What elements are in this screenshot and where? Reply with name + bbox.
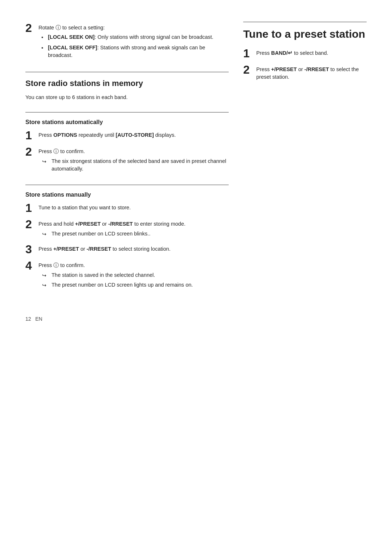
auto-step-2-arrow-text: The six strongest stations of the select… xyxy=(52,157,229,173)
auto-step-1-number: 1 xyxy=(25,129,38,142)
auto-step-2-arrow: ↪ The six strongest stations of the sele… xyxy=(42,157,229,173)
manual-step-2: 2 Press and hold +/PRESET or -/RRESET to… xyxy=(25,218,229,239)
tune-preset-bold: +/PRESET xyxy=(271,66,297,72)
manual-step-1: 1 Tune to a station that you want to sto… xyxy=(25,202,229,214)
bullet-2-bold: [LOCAL SEEK OFF] xyxy=(48,45,97,50)
band-bold: BAND/↵ xyxy=(271,50,293,56)
page-number: 12 xyxy=(25,316,31,322)
step-2-rotate-block: 2 Rotate ⓘ to select a setting: • [LOCAL… xyxy=(25,22,229,62)
page-footer: 12 EN xyxy=(25,316,367,322)
auto-step-1: 1 Press OPTIONS repeatedly until [AUTO-S… xyxy=(25,129,229,142)
manual-step-4-arrow-2: ↪ The preset number on LCD screen lights… xyxy=(42,281,229,289)
manual-step-1-content: Tune to a station that you want to store… xyxy=(38,202,229,212)
bullet-dot-2: • xyxy=(41,44,46,52)
preset-bold-1: +/PRESET xyxy=(75,221,101,227)
manual-step-4: 4 Press ⓘ to confirm. ↪ The station is s… xyxy=(25,259,229,291)
manual-step-2-arrow-text: The preset number on LCD screen blinks.. xyxy=(52,230,229,238)
preset-bold-2: +/PRESET xyxy=(53,246,79,252)
left-column: 2 Rotate ⓘ to select a setting: • [LOCAL… xyxy=(25,22,229,294)
tune-preset-heading: Tune to a preset station xyxy=(243,28,367,41)
tune-step-2-content: Press +/PRESET or -/RRESET to select the… xyxy=(256,63,367,82)
section-divider-1 xyxy=(25,72,229,72)
tune-step-2: 2 Press +/PRESET or -/RRESET to select t… xyxy=(243,63,367,82)
manual-step-1-number: 1 xyxy=(25,202,38,214)
auto-step-2-number: 2 xyxy=(25,145,38,158)
manual-step-2-content: Press and hold +/PRESET or -/RRESET to e… xyxy=(38,218,229,239)
intro-text: You can store up to 6 stations in each b… xyxy=(25,93,229,102)
bullet-2-content: [LOCAL SEEK OFF]: Stations with strong a… xyxy=(48,44,229,60)
right-column: Tune to a preset station 1 Press BAND/↵ … xyxy=(243,22,367,294)
auto-step-2-content: Press ⓘ to confirm. ↪ The six strongest … xyxy=(38,145,229,175)
rreset-bold-2: -/RRESET xyxy=(87,246,111,252)
step-2-text: Rotate ⓘ to select a setting: • [LOCAL S… xyxy=(38,22,229,62)
bullet-list: • [LOCAL SEEK ON]: Only stations with st… xyxy=(41,33,229,59)
auto-store-bold: [AUTO-STORE] xyxy=(116,132,154,138)
page-layout: 2 Rotate ⓘ to select a setting: • [LOCAL… xyxy=(25,22,367,294)
store-manual-heading: Store stations manually xyxy=(25,192,229,198)
right-section-divider xyxy=(243,22,367,22)
manual-step-3: 3 Press +/PRESET or -/RRESET to select s… xyxy=(25,243,229,256)
arrow-icon-4: ↪ xyxy=(42,282,50,289)
options-bold: OPTIONS xyxy=(53,132,77,138)
auto-step-1-content: Press OPTIONS repeatedly until [AUTO-STO… xyxy=(38,129,229,139)
arrow-icon-3: ↪ xyxy=(42,272,50,279)
section-divider-3 xyxy=(25,185,229,185)
step-number-2: 2 xyxy=(25,22,38,34)
tune-step-1-number: 1 xyxy=(243,47,256,60)
auto-step-2: 2 Press ⓘ to confirm. ↪ The six stronges… xyxy=(25,145,229,175)
bullet-dot-1: • xyxy=(41,34,46,42)
manual-step-3-content: Press +/PRESET or -/RRESET to select sto… xyxy=(38,243,229,253)
tune-step-1: 1 Press BAND/↵ to select band. xyxy=(243,47,367,60)
manual-step-2-arrow: ↪ The preset number on LCD screen blinks… xyxy=(42,230,229,238)
lang-label: EN xyxy=(35,316,42,322)
bullet-1-content: [LOCAL SEEK ON]: Only stations with stro… xyxy=(48,33,213,41)
rreset-bold-1: -/RRESET xyxy=(108,221,133,227)
rotate-text: Rotate ⓘ to select a setting: xyxy=(38,25,105,30)
manual-step-4-arrow-1: ↪ The station is saved in the selected c… xyxy=(42,271,229,279)
store-radio-heading: Store radio stations in memory xyxy=(25,79,229,88)
bullet-item-2: • [LOCAL SEEK OFF]: Stations with strong… xyxy=(41,44,229,60)
bullet-1-rest: : Only stations with strong signal can b… xyxy=(95,34,213,40)
manual-step-3-number: 3 xyxy=(25,243,38,256)
manual-step-4-arrow-2-text: The preset number on LCD screen lights u… xyxy=(52,281,229,289)
section-divider-2 xyxy=(25,112,229,112)
manual-step-4-content: Press ⓘ to confirm. ↪ The station is sav… xyxy=(38,259,229,291)
manual-step-4-number: 4 xyxy=(25,259,38,272)
bullet-1-bold: [LOCAL SEEK ON] xyxy=(48,34,95,40)
tune-step-1-content: Press BAND/↵ to select band. xyxy=(256,47,367,57)
store-auto-heading: Store stations automatically xyxy=(25,119,229,126)
tune-step-2-number: 2 xyxy=(243,63,256,76)
arrow-icon-2: ↪ xyxy=(42,230,50,238)
bullet-item-1: • [LOCAL SEEK ON]: Only stations with st… xyxy=(41,33,229,42)
manual-step-2-number: 2 xyxy=(25,218,38,231)
manual-step-4-arrow-1-text: The station is saved in the selected cha… xyxy=(52,271,229,279)
arrow-icon-1: ↪ xyxy=(42,158,50,165)
tune-rreset-bold: -/RRESET xyxy=(305,66,329,72)
